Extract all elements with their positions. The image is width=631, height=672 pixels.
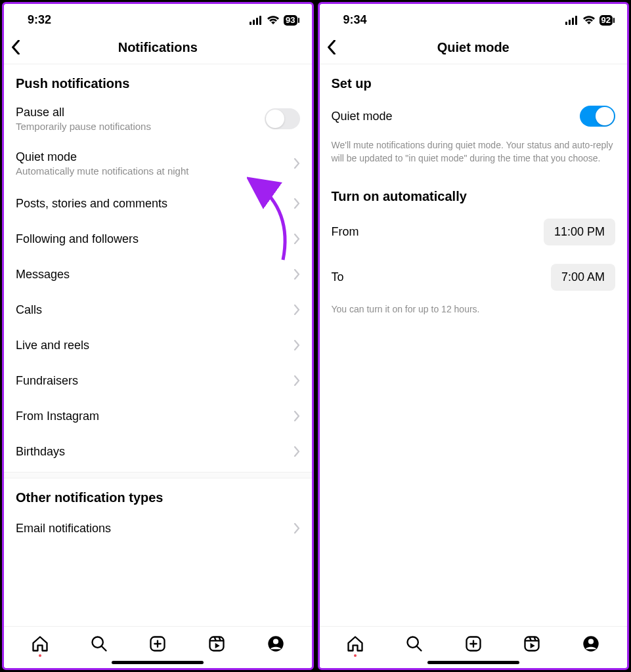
- svg-rect-9: [209, 637, 223, 651]
- tab-home[interactable]: [326, 635, 385, 653]
- notification-dot-icon: [354, 654, 357, 657]
- row-posts-stories-comments[interactable]: Posts, stories and comments: [4, 186, 312, 221]
- to-label: To: [332, 270, 551, 284]
- new-post-icon: [464, 635, 483, 653]
- row-calls[interactable]: Calls: [4, 292, 312, 327]
- status-bar: 9:34 92: [320, 4, 628, 31]
- svg-rect-18: [575, 16, 577, 25]
- to-time-picker[interactable]: 7:00 AM: [551, 264, 615, 291]
- battery-icon: 92: [599, 15, 613, 26]
- new-post-icon: [148, 635, 167, 653]
- tab-search[interactable]: [70, 635, 129, 653]
- tab-new-post[interactable]: [444, 635, 503, 653]
- svg-rect-15: [565, 22, 567, 25]
- battery-icon: 93: [284, 15, 297, 26]
- chevron-right-icon: [294, 304, 300, 315]
- status-bar: 9:32 93: [4, 4, 312, 31]
- tab-profile[interactable]: [246, 635, 305, 653]
- row-from-instagram[interactable]: From Instagram: [4, 398, 312, 434]
- chevron-right-icon: [294, 198, 300, 209]
- tab-profile[interactable]: [561, 635, 620, 653]
- cellular-icon: [250, 16, 263, 25]
- chevron-right-icon: [294, 375, 300, 386]
- row-birthdays[interactable]: Birthdays: [4, 434, 312, 469]
- row-email-notifications[interactable]: Email notifications: [4, 511, 312, 546]
- status-time: 9:32: [28, 13, 51, 27]
- tab-reels[interactable]: [503, 635, 562, 653]
- from-label: From: [332, 225, 544, 239]
- row-following-followers[interactable]: Following and followers: [4, 221, 312, 257]
- tab-reels[interactable]: [187, 635, 246, 653]
- profile-icon: [267, 635, 285, 653]
- row-quiet-mode[interactable]: Quiet mode Automatically mute notificati…: [4, 141, 312, 186]
- row-label: Birthdays: [16, 445, 294, 459]
- nav-header: Notifications: [4, 31, 312, 64]
- quiet-mode-content: Set up Quiet mode We'll mute notificatio…: [320, 64, 628, 626]
- row-label: Email notifications: [16, 522, 294, 536]
- back-button[interactable]: [326, 40, 349, 54]
- chevron-left-icon: [11, 40, 21, 54]
- home-icon: [31, 635, 49, 653]
- svg-rect-17: [572, 18, 574, 25]
- tab-bar: [4, 626, 312, 656]
- svg-rect-16: [569, 20, 571, 25]
- nav-header: Quiet mode: [320, 31, 628, 64]
- row-live-reels[interactable]: Live and reels: [4, 327, 312, 363]
- svg-rect-3: [259, 16, 261, 25]
- chevron-right-icon: [294, 446, 300, 457]
- quiet-mode-description: We'll mute notifications during quiet mo…: [320, 136, 628, 172]
- row-label: Live and reels: [16, 339, 294, 352]
- back-button[interactable]: [11, 40, 33, 54]
- chevron-right-icon: [294, 269, 300, 280]
- svg-rect-0: [250, 22, 251, 25]
- quiet-mode-label: Quiet mode: [332, 110, 580, 123]
- svg-rect-2: [256, 18, 258, 25]
- svg-line-20: [417, 646, 422, 651]
- section-other-title: Other notification types: [4, 478, 312, 511]
- from-time-picker[interactable]: 11:00 PM: [544, 219, 615, 245]
- status-indicators: 92: [565, 15, 613, 26]
- cellular-icon: [565, 16, 578, 25]
- svg-rect-24: [525, 637, 539, 651]
- row-messages[interactable]: Messages: [4, 257, 312, 292]
- quiet-mode-toggle[interactable]: [580, 106, 615, 127]
- tab-home[interactable]: [11, 635, 70, 653]
- row-label: Following and followers: [16, 232, 294, 246]
- tab-bar: [320, 626, 628, 656]
- tab-search[interactable]: [385, 635, 444, 653]
- phone-left-notifications: 9:32 93 Notifications Push notifications…: [2, 2, 314, 670]
- svg-rect-1: [253, 20, 255, 25]
- status-time: 9:34: [343, 13, 367, 27]
- svg-point-14: [273, 639, 278, 644]
- limit-note: You can turn it on for up to 12 hours.: [320, 300, 628, 322]
- auto-title: Turn on automatically: [320, 172, 628, 209]
- row-to: To 7:00 AM: [320, 255, 628, 300]
- row-pause-all[interactable]: Pause all Temporarily pause notification…: [4, 96, 312, 141]
- status-indicators: 93: [250, 15, 297, 26]
- notification-dot-icon: [39, 654, 41, 657]
- row-quiet-mode-toggle[interactable]: Quiet mode: [320, 96, 628, 136]
- chevron-right-icon: [294, 523, 300, 534]
- profile-icon: [582, 635, 600, 653]
- chevron-right-icon: [294, 158, 300, 169]
- search-icon: [405, 635, 424, 653]
- row-fundraisers[interactable]: Fundraisers: [4, 363, 312, 398]
- home-indicator: [427, 661, 519, 664]
- quiet-mode-label: Quiet mode: [16, 150, 294, 164]
- svg-point-29: [588, 639, 594, 644]
- chevron-right-icon: [294, 340, 300, 350]
- pause-all-label: Pause all: [16, 106, 265, 119]
- pause-all-toggle[interactable]: [265, 108, 300, 129]
- row-label: Fundraisers: [16, 374, 294, 388]
- pause-all-sub: Temporarily pause notifications: [16, 121, 265, 132]
- section-divider: [4, 472, 312, 478]
- home-icon: [346, 635, 364, 653]
- reels-icon: [523, 635, 541, 653]
- section-push-title: Push notifications: [4, 64, 312, 96]
- setup-title: Set up: [320, 64, 628, 96]
- tab-new-post[interactable]: [128, 635, 187, 653]
- search-icon: [90, 635, 108, 653]
- reels-icon: [207, 635, 226, 653]
- row-label: Posts, stories and comments: [16, 197, 294, 211]
- phone-right-quiet-mode: 9:34 92 Quiet mode Set up Quiet mode We'…: [318, 2, 630, 670]
